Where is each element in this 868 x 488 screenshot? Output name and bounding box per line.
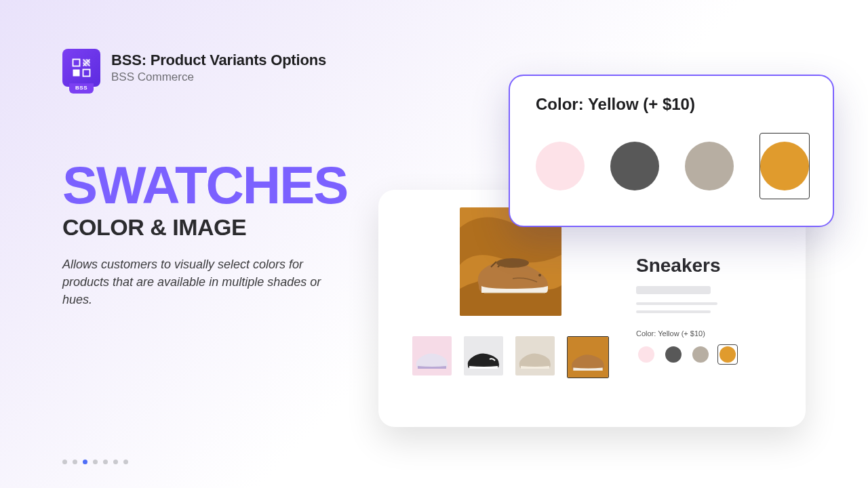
thumbnail-pink[interactable] xyxy=(412,336,452,375)
svg-rect-0 xyxy=(73,60,80,66)
app-subtitle: BSS Commerce xyxy=(111,70,326,84)
pagination-dot[interactable] xyxy=(93,460,98,464)
svg-point-5 xyxy=(496,258,529,268)
swatch-panel: Color: Yellow (+ $10) xyxy=(509,75,834,227)
mini-swatch-yellow[interactable] xyxy=(717,344,738,365)
pagination-dot[interactable] xyxy=(83,460,87,464)
thumbnail-beige[interactable] xyxy=(515,336,555,375)
skeleton-placeholder xyxy=(636,286,778,313)
swatch-row xyxy=(536,133,807,199)
mini-swatch-gray[interactable] xyxy=(663,344,684,365)
pagination-dots[interactable] xyxy=(62,460,128,464)
mini-swatch-pink[interactable] xyxy=(636,344,656,365)
mini-swatch-beige[interactable] xyxy=(690,344,711,365)
body-copy: Allows customers to visually select colo… xyxy=(62,256,334,308)
pagination-dot[interactable] xyxy=(113,460,118,464)
svg-rect-3 xyxy=(83,70,90,77)
thumbnail-row xyxy=(412,336,609,378)
grid-icon xyxy=(71,58,92,78)
swatch-circle-icon xyxy=(665,346,682,363)
svg-point-6 xyxy=(538,274,541,277)
product-details: Sneakers Color: Yellow (+ $10) xyxy=(636,207,778,407)
pagination-dot[interactable] xyxy=(123,460,128,464)
product-gallery xyxy=(412,207,609,407)
swatch-beige[interactable] xyxy=(685,134,734,199)
thumbnail-yellow[interactable] xyxy=(567,336,609,378)
swatch-circle-icon xyxy=(536,142,585,190)
swatch-panel-label: Color: Yellow (+ $10) xyxy=(536,95,807,114)
thumbnail-black[interactable] xyxy=(464,336,503,375)
svg-rect-2 xyxy=(73,70,80,77)
swatch-circle-icon xyxy=(685,142,734,190)
pagination-dot[interactable] xyxy=(73,460,77,464)
pagination-dot[interactable] xyxy=(62,460,67,464)
headline: SWATCHES xyxy=(62,161,361,209)
swatch-gray[interactable] xyxy=(610,134,659,199)
app-header: BSS BSS: Product Variants Options BSS Co… xyxy=(62,49,326,87)
swatch-circle-icon xyxy=(638,346,654,363)
pagination-dot[interactable] xyxy=(103,460,108,464)
mini-swatch-row xyxy=(636,344,778,365)
marketing-copy: SWATCHES COLOR & IMAGE Allows customers … xyxy=(62,161,361,308)
product-title: Sneakers xyxy=(636,255,778,277)
swatch-pink[interactable] xyxy=(536,134,585,199)
subheadline: COLOR & IMAGE xyxy=(62,214,361,241)
swatch-circle-icon xyxy=(610,142,659,190)
mini-swatch-label: Color: Yellow (+ $10) xyxy=(636,329,778,338)
swatch-circle-icon xyxy=(692,346,709,363)
logo-badge-label: BSS xyxy=(69,83,94,94)
app-logo: BSS xyxy=(62,49,100,87)
swatch-yellow[interactable] xyxy=(760,133,810,199)
swatch-circle-icon xyxy=(760,142,809,190)
swatch-circle-icon xyxy=(719,346,736,363)
app-title: BSS: Product Variants Options xyxy=(111,52,326,69)
